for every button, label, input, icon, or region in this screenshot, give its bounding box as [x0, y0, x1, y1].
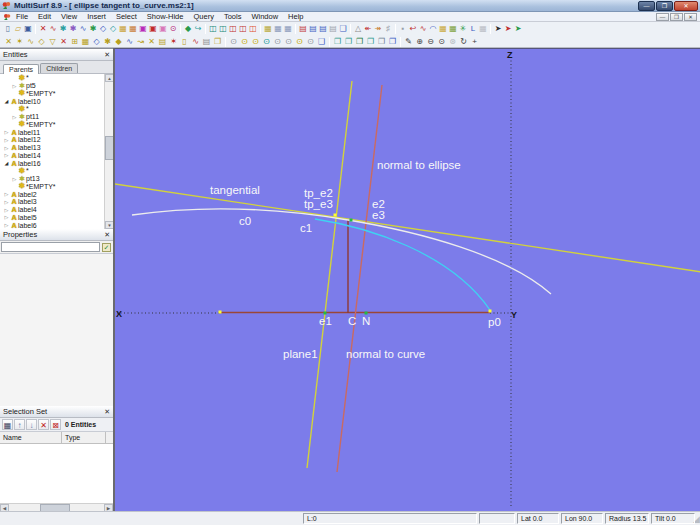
create-net-icon[interactable]: ▦	[80, 36, 91, 47]
create-magnet-icon[interactable]: ✕	[146, 36, 157, 47]
label-p0[interactable]: p0	[488, 316, 501, 328]
document-system-icon[interactable]	[3, 13, 11, 21]
entities-tree-scrollbar[interactable]: ▲ ▼	[104, 74, 113, 229]
create-frame-icon[interactable]: ▯	[179, 36, 190, 47]
tab-children[interactable]: Children	[40, 63, 78, 73]
remove-entity-icon[interactable]: ✕	[38, 419, 49, 430]
tree-item-label2[interactable]: ▷Alabel2	[0, 190, 104, 198]
import-icon[interactable]: ❐	[376, 36, 387, 47]
show-parents-icon[interactable]: ʘ	[261, 36, 272, 47]
annotate-icon[interactable]: ❑	[316, 36, 327, 47]
label-e1[interactable]: e1	[319, 315, 332, 327]
scroll-down-icon[interactable]: ▼	[105, 221, 113, 229]
grid-pale-icon[interactable]: ▦	[478, 23, 488, 34]
tree-item-label13[interactable]: ▷Alabel13	[0, 144, 104, 152]
view-window-4-icon[interactable]: ◫	[238, 23, 248, 34]
label-C[interactable]: C	[348, 315, 356, 327]
create-ring-icon[interactable]: ✶	[168, 36, 179, 47]
hide-selected-icon[interactable]: ʘ	[272, 36, 283, 47]
hide-all-icon[interactable]: ʘ	[228, 36, 239, 47]
filter-curves-icon[interactable]: ∿	[48, 23, 58, 34]
create-grid-icon[interactable]: ⊞	[69, 36, 80, 47]
scrollbar-thumb[interactable]	[105, 136, 113, 160]
create-curve-icon[interactable]: ∿	[25, 36, 36, 47]
copy2-icon[interactable]: ❐	[343, 36, 354, 47]
tree-item-empty[interactable]: ✱*EMPTY*	[0, 183, 104, 191]
filter-solids-icon[interactable]: ▣	[138, 23, 148, 34]
tree-item-label4[interactable]: ▷Alabel4	[0, 206, 104, 214]
collapsed-expander-icon[interactable]: ▷	[3, 129, 10, 135]
grid-edit-icon[interactable]: ▦	[283, 23, 293, 34]
menu-file[interactable]: File	[11, 12, 33, 22]
label-tp-e3[interactable]: tp_e3	[304, 198, 333, 210]
show-selected-icon[interactable]: ʘ	[250, 36, 261, 47]
create-triangle-icon[interactable]: ▽	[47, 36, 58, 47]
tree-item-empty[interactable]: ✱*EMPTY*	[0, 121, 104, 129]
rotate-view-icon[interactable]: ↻	[458, 36, 469, 47]
curve-e3-ellipse[interactable]	[315, 219, 490, 310]
tree-item-label16[interactable]: ◢Alabel16	[0, 159, 104, 167]
create-patch-icon[interactable]: ◇	[91, 36, 102, 47]
grid-green-icon[interactable]: ▦	[448, 23, 458, 34]
create-star-icon[interactable]: ✶	[14, 36, 25, 47]
collapsed-expander-icon[interactable]: ▷	[11, 114, 18, 120]
create-flake-icon[interactable]: ✱	[102, 36, 113, 47]
menu-window[interactable]: Window	[246, 12, 283, 22]
grid-show-icon[interactable]: ▦	[273, 23, 283, 34]
menu-query[interactable]: Query	[188, 12, 218, 22]
point-axis-left[interactable]	[219, 311, 222, 314]
tree-item-pt11[interactable]: ▷✶pt11	[0, 113, 104, 121]
create-point2-icon[interactable]: ✕	[58, 36, 69, 47]
label-N[interactable]: N	[362, 315, 370, 327]
select-pointer-icon[interactable]: ➤	[493, 23, 503, 34]
show-all-icon[interactable]: ʘ	[239, 36, 250, 47]
tree-item-label5[interactable]: ▷Alabel5	[0, 214, 104, 222]
filter-surfaces-icon[interactable]: ◇	[98, 23, 108, 34]
title-bar[interactable]: MultiSurf 8.9 - [ ellipse tangent to_cur…	[0, 0, 700, 12]
mdi-minimize-button[interactable]: —	[656, 13, 669, 21]
l-frame-icon[interactable]: L	[468, 23, 478, 34]
menu-select[interactable]: Select	[111, 12, 142, 22]
properties-panel-title-bar[interactable]: Properties ✕	[0, 229, 113, 241]
tangential-line[interactable]	[115, 184, 700, 272]
collapsed-expander-icon[interactable]: ▷	[3, 214, 10, 220]
tree-item-[interactable]: ✱*	[0, 105, 104, 113]
deselect-pointer-icon[interactable]: ➤	[503, 23, 513, 34]
collapsed-expander-icon[interactable]: ▷	[3, 207, 10, 213]
tab-parents[interactable]: Parents	[3, 64, 39, 74]
create-snake-icon[interactable]: ∿	[124, 36, 135, 47]
collapsed-expander-icon[interactable]: ▷	[3, 199, 10, 205]
triangle-measure-icon[interactable]: △	[353, 23, 363, 34]
grid-snap-icon[interactable]: ▦	[263, 23, 273, 34]
mdi-restore-button[interactable]: ❐	[670, 13, 683, 21]
marker-icon[interactable]: ◆	[183, 23, 193, 34]
menu-edit[interactable]: Edit	[33, 12, 56, 22]
tree-item-label11[interactable]: ▷Alabel11	[0, 128, 104, 136]
filter-snakes-icon[interactable]: ✱	[58, 23, 68, 34]
label-tangential[interactable]: tangential	[210, 184, 260, 196]
tree-item-pt13[interactable]: ▷✶pt13	[0, 175, 104, 183]
create-solid-icon[interactable]: ◆	[113, 36, 124, 47]
collapsed-expander-icon[interactable]: ▷	[3, 145, 10, 151]
filter-composites-icon[interactable]: ▣	[158, 23, 168, 34]
entities-panel-title-bar[interactable]: Entities ✕	[0, 49, 113, 61]
collapsed-expander-icon[interactable]: ▷	[11, 176, 18, 182]
point-tp[interactable]	[334, 214, 337, 217]
create-surface-icon[interactable]: ◇	[36, 36, 47, 47]
grid-x-icon[interactable]: ▦	[438, 23, 448, 34]
expanded-expander-icon[interactable]: ◢	[3, 98, 10, 104]
collapsed-expander-icon[interactable]: ▷	[3, 191, 10, 197]
block-icon[interactable]: ▪	[398, 23, 408, 34]
hook-red-icon[interactable]: ↩	[408, 23, 418, 34]
properties-action-icon[interactable]: ✓	[102, 243, 111, 252]
show-children-icon[interactable]: ʘ	[294, 36, 305, 47]
restore-button[interactable]: ❐	[656, 1, 673, 11]
menu-view[interactable]: View	[56, 12, 82, 22]
mdi-close-button[interactable]: ✕	[684, 13, 697, 21]
gate-icon[interactable]: ♯	[383, 23, 393, 34]
filter-grids2-icon[interactable]: ▦	[128, 23, 138, 34]
collapsed-expander-icon[interactable]: ▷	[3, 152, 10, 158]
tree-item-[interactable]: ✱*	[0, 74, 104, 82]
filter-surfaces2-icon[interactable]: ◇	[108, 23, 118, 34]
entity-list-icon[interactable]: ▤	[308, 23, 318, 34]
